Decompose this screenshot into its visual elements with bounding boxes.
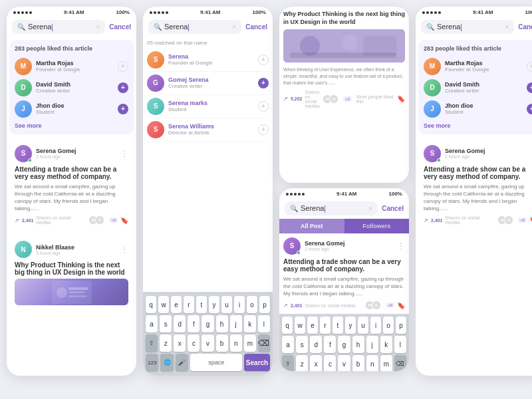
tab-followers[interactable]: Followers	[344, 219, 410, 233]
add-button[interactable]: +	[118, 61, 128, 72]
search-input-wrap[interactable]: 🔍 Serena ×	[12, 20, 105, 34]
key-j[interactable]: j	[230, 315, 242, 332]
key-i[interactable]: i	[370, 317, 381, 334]
key-l[interactable]: l	[394, 336, 406, 353]
see-more-link[interactable]: See more	[15, 120, 128, 129]
key-m[interactable]: m	[244, 334, 256, 352]
key-h[interactable]: h	[352, 336, 364, 353]
cancel-button[interactable]: Cancel	[109, 23, 131, 31]
add-button[interactable]: +	[258, 124, 269, 135]
key-w[interactable]: w	[295, 317, 305, 334]
key-g[interactable]: g	[201, 315, 213, 332]
bookmark-icon[interactable]: 🔖	[529, 217, 532, 224]
key-l[interactable]: l	[258, 315, 270, 332]
key-e[interactable]: e	[171, 296, 182, 313]
key-r[interactable]: r	[320, 317, 331, 334]
key-f[interactable]: f	[324, 336, 336, 353]
key-shift[interactable]: ⇧	[146, 334, 158, 352]
add-button[interactable]: +	[527, 61, 532, 72]
cancel-button[interactable]: Cancel	[382, 205, 404, 212]
add-button[interactable]: +	[118, 104, 128, 114]
add-button[interactable]: +	[527, 104, 532, 114]
key-o[interactable]: o	[383, 317, 394, 334]
key-n[interactable]: n	[366, 355, 378, 371]
key-t[interactable]: t	[196, 296, 207, 313]
bookmark-icon[interactable]: 🔖	[397, 95, 405, 102]
result-item[interactable]: S Serena Williams Director at Airbnb +	[147, 118, 269, 142]
key-c[interactable]: c	[188, 334, 200, 352]
key-k[interactable]: k	[244, 315, 256, 332]
key-backspace[interactable]: ⌫	[258, 334, 270, 352]
cancel-button[interactable]: Cancel	[518, 23, 532, 31]
key-p[interactable]: p	[396, 317, 406, 334]
search-input-wrap[interactable]: 🔍 Serena ×	[421, 20, 514, 34]
key-s[interactable]: s	[296, 336, 308, 353]
result-item[interactable]: S Serena marks Student +	[147, 95, 269, 118]
more-options-icon[interactable]: ⋮	[120, 245, 128, 253]
key-123[interactable]: 123	[146, 354, 158, 371]
key-q[interactable]: q	[282, 317, 293, 334]
add-button[interactable]: +	[118, 82, 128, 93]
key-x[interactable]: x	[310, 355, 322, 371]
key-u[interactable]: u	[358, 317, 368, 334]
key-w[interactable]: w	[158, 296, 169, 313]
search-input-wrap[interactable]: 🔍 Serena ×	[285, 201, 378, 215]
key-r[interactable]: r	[184, 296, 194, 313]
clear-icon[interactable]: ×	[96, 23, 100, 31]
key-v[interactable]: v	[338, 355, 350, 371]
clear-icon[interactable]: ×	[505, 23, 509, 31]
tab-all-post[interactable]: All Post	[279, 219, 344, 233]
key-y[interactable]: y	[345, 317, 356, 334]
more-options-icon[interactable]: ⋮	[120, 150, 128, 158]
key-a[interactable]: a	[146, 315, 158, 332]
key-k[interactable]: k	[380, 336, 392, 353]
search-input-wrap[interactable]: 🔍 Serena ×	[148, 20, 241, 34]
key-globe[interactable]: 🌐	[160, 354, 173, 371]
key-x[interactable]: x	[174, 334, 186, 352]
search-key[interactable]: Search	[244, 354, 270, 371]
add-button[interactable]: +	[258, 78, 269, 88]
bookmark-icon[interactable]: 🔖	[120, 217, 128, 224]
key-g[interactable]: g	[338, 336, 350, 353]
more-options-icon[interactable]: ⋮	[529, 150, 532, 158]
more-options-icon[interactable]: ⋮	[397, 242, 405, 250]
key-b[interactable]: b	[352, 355, 364, 371]
add-button[interactable]: +	[527, 82, 532, 93]
add-button[interactable]: +	[258, 101, 269, 112]
key-t[interactable]: t	[332, 317, 343, 334]
result-item[interactable]: G Gomej Serena Creative writer +	[147, 72, 269, 95]
key-j[interactable]: j	[366, 336, 378, 353]
key-b[interactable]: b	[216, 334, 228, 352]
key-a[interactable]: a	[282, 336, 294, 353]
key-space[interactable]: space	[190, 354, 242, 371]
key-m[interactable]: m	[380, 355, 392, 371]
key-z[interactable]: z	[296, 355, 308, 371]
key-d[interactable]: d	[310, 336, 322, 353]
clear-icon[interactable]: ×	[232, 23, 236, 31]
key-y[interactable]: y	[209, 296, 219, 313]
key-u[interactable]: u	[221, 296, 232, 313]
result-item[interactable]: S Serena Founder at Google +	[147, 49, 269, 72]
key-n[interactable]: n	[230, 334, 242, 352]
key-f[interactable]: f	[188, 315, 200, 332]
key-shift[interactable]: ⇧	[282, 355, 294, 371]
key-i[interactable]: i	[234, 296, 245, 313]
bookmark-icon[interactable]: 🔖	[397, 302, 405, 309]
key-v[interactable]: v	[201, 334, 213, 352]
key-h[interactable]: h	[216, 315, 228, 332]
key-p[interactable]: p	[259, 296, 270, 313]
key-q[interactable]: q	[146, 296, 156, 313]
add-button[interactable]: +	[258, 55, 269, 65]
see-more-link[interactable]: See more	[424, 120, 532, 129]
key-c[interactable]: c	[324, 355, 336, 371]
key-mic[interactable]: 🎤	[176, 354, 188, 371]
key-e[interactable]: e	[307, 317, 318, 334]
key-z[interactable]: z	[160, 334, 172, 352]
key-s[interactable]: s	[160, 315, 172, 332]
keyboard-row-2: a s d f g h j k l	[282, 336, 406, 353]
key-backspace[interactable]: ⌫	[394, 355, 406, 371]
key-o[interactable]: o	[247, 296, 257, 313]
key-d[interactable]: d	[174, 315, 186, 332]
clear-icon[interactable]: ×	[368, 205, 372, 212]
cancel-button[interactable]: Cancel	[245, 23, 267, 31]
